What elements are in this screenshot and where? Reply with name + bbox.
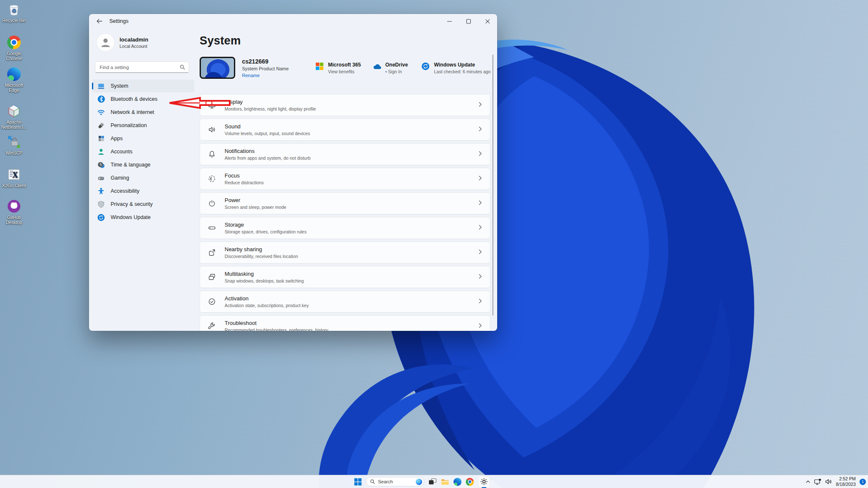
row-title: Notifications [225, 148, 479, 154]
settings-row-focus[interactable]: FocusReduce distractions [200, 168, 490, 190]
rename-link[interactable]: Rename [242, 73, 289, 78]
device-model: System Product Name [242, 66, 289, 71]
desktop-icon-google-chrome[interactable]: Google Chrome [0, 35, 28, 61]
taskbar-search[interactable]: Search [366, 477, 424, 486]
settings-main: System cs212669 System Product Name Rena… [198, 28, 497, 331]
sidebar-item-accessibility[interactable]: Accessibility [92, 185, 195, 197]
settings-row-display[interactable]: DisplayMonitors, brightness, night light… [200, 94, 490, 116]
row-title: Activation [225, 295, 479, 302]
tray-date: 8/18/2023 [836, 482, 856, 487]
tray-network-icon[interactable] [814, 479, 821, 485]
avatar [97, 33, 114, 51]
row-title: Nearby sharing [225, 246, 479, 252]
sidebar-item-label: Personalization [111, 122, 147, 128]
accessibility-icon [97, 187, 105, 195]
chevron-right-icon [479, 101, 483, 109]
file-explorer-button[interactable] [441, 478, 449, 485]
sidebar-item-label: Time & language [111, 162, 150, 168]
sidebar-item-accounts[interactable]: Accounts [92, 145, 195, 158]
search-input[interactable] [99, 64, 180, 70]
wifi-icon [97, 108, 105, 116]
account-name: localadmin [120, 36, 148, 43]
settings-row-power[interactable]: PowerScreen and sleep, power mode [200, 192, 490, 214]
onedrive-card[interactable]: OneDrive Sign In [373, 62, 408, 74]
controller-icon [97, 174, 105, 182]
maximize-button[interactable] [459, 14, 478, 28]
start-button[interactable] [354, 478, 362, 485]
row-subtitle: Discoverability, received files location [225, 254, 479, 259]
settings-row-notifications[interactable]: NotificationsAlerts from apps and system… [200, 143, 490, 165]
settings-row-multitasking[interactable]: MultitaskingSnap windows, desktops, task… [200, 266, 490, 288]
brush-icon [97, 122, 105, 130]
tray-clock[interactable]: 2:52 PM 8/18/2023 [836, 476, 856, 487]
chevron-right-icon [479, 273, 483, 281]
chevron-right-icon [479, 298, 483, 305]
settings-row-sound[interactable]: SoundVolume levels, output, input, sound… [200, 119, 490, 141]
page-title: System [200, 34, 241, 47]
desktop-icon-winscp[interactable]: WinSCP [0, 135, 28, 155]
tray-time: 2:52 PM [836, 476, 856, 482]
chevron-right-icon [479, 126, 483, 133]
update-icon [97, 214, 105, 222]
tray-volume-icon[interactable] [825, 479, 832, 485]
sidebar-item-personalization[interactable]: Personalization [92, 119, 195, 132]
task-view-button[interactable] [428, 478, 437, 485]
desktop-icon-label: WinSCP [6, 150, 22, 155]
winscp-icon [7, 135, 21, 149]
quick-subtitle: Last checked: 6 minutes ago [434, 69, 491, 74]
search-label: Search [378, 479, 393, 484]
settings-search[interactable] [95, 61, 189, 73]
settings-row-storage[interactable]: StorageStorage space, drives, configurat… [200, 217, 490, 239]
desktop-icon-apache-netbeans[interactable]: Apache NetBeans I... [0, 104, 28, 130]
window-scrollbar[interactable] [492, 55, 494, 316]
close-button[interactable] [478, 14, 497, 28]
settings-row-activation[interactable]: ActivationActivation state, subscription… [200, 291, 490, 313]
svg-text:♻: ♻ [11, 8, 17, 14]
sidebar-item-label: Privacy & security [111, 201, 153, 207]
sidebar-item-privacy-security[interactable]: Privacy & security [92, 198, 195, 211]
settings-taskbar-icon[interactable] [478, 476, 490, 487]
sidebar-item-gaming[interactable]: Gaming [92, 172, 195, 184]
check-circle-icon [207, 297, 217, 306]
desktop-icon-microsoft-edge[interactable]: Microsoft Edge [0, 67, 28, 93]
tray-chevron-up-icon[interactable] [806, 480, 810, 483]
quick-subtitle: Sign In [385, 69, 408, 74]
edge-taskbar-icon[interactable] [453, 478, 462, 486]
account-card[interactable]: localadmin Local Account [97, 33, 148, 51]
chevron-right-icon [479, 175, 483, 183]
notification-badge[interactable]: 1 [860, 479, 866, 485]
sidebar-item-label: Windows Update [111, 214, 151, 220]
desktop-icon-github-desktop[interactable]: GitHub Desktop [0, 199, 28, 225]
settings-row-troubleshoot[interactable]: TroubleshootRecommended troubleshooters,… [200, 315, 490, 331]
sidebar-item-apps[interactable]: Apps [92, 132, 195, 145]
netbeans-icon [7, 104, 21, 118]
annotation-arrow [167, 96, 231, 110]
desktop-icon-label: Microsoft Edge [0, 83, 28, 93]
desktop: ♻ Recycle Bin Google Chrome Microsoft Ed… [0, 0, 868, 488]
device-thumbnail [200, 57, 235, 79]
desktop-icon-recycle-bin[interactable]: ♻ Recycle Bin [0, 2, 28, 23]
settings-row-nearby-sharing[interactable]: Nearby sharingDiscoverability, received … [200, 241, 490, 263]
gear-icon [480, 478, 488, 485]
taskbar: Search [0, 475, 868, 488]
microsoft365-card[interactable]: Microsoft 365 View benefits [315, 62, 361, 74]
apps-icon [97, 135, 105, 143]
back-button[interactable] [93, 16, 106, 26]
sidebar-item-windows-update[interactable]: Windows Update [92, 211, 195, 224]
desktop-icon-x2go-client[interactable]: X X2Go Client [0, 167, 28, 188]
windows-update-icon [421, 62, 430, 71]
titlebar: Settings [89, 14, 497, 28]
recycle-bin-icon: ♻ [7, 2, 21, 17]
sidebar-item-system[interactable]: System [92, 80, 195, 92]
sidebar-item-time-language[interactable]: Time & language [92, 158, 195, 171]
sidebar-item-label: Network & internet [111, 109, 154, 115]
sidebar-item-label: Apps [111, 136, 123, 141]
minimize-button[interactable] [440, 14, 459, 28]
desktop-icon-label: Google Chrome [0, 51, 28, 61]
windows-update-card[interactable]: Windows Update Last checked: 6 minutes a… [421, 62, 491, 74]
row-title: Focus [225, 172, 479, 179]
row-subtitle: Snap windows, desktops, task switching [225, 278, 479, 283]
chevron-right-icon [479, 249, 483, 256]
bell-icon [207, 150, 217, 158]
chrome-taskbar-icon[interactable] [466, 478, 474, 486]
